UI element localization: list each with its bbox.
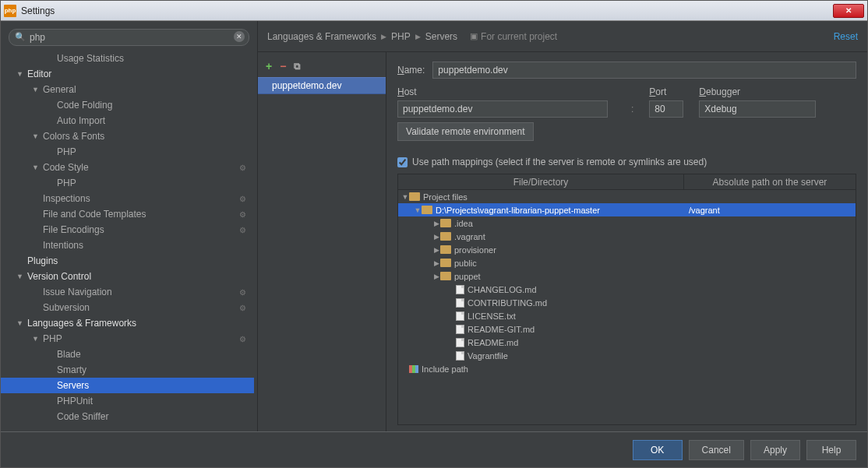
sidebar-item-subversion[interactable]: Subversion⚙ <box>1 300 254 315</box>
sidebar-item-intentions[interactable]: Intentions <box>1 238 254 253</box>
mapping-path-label: .idea <box>454 219 473 228</box>
mapping-row[interactable]: ▶provisioner <box>398 243 856 256</box>
apply-button[interactable]: Apply <box>750 440 800 460</box>
mapping-row[interactable]: ▶puppet <box>398 269 856 283</box>
sidebar-item-php[interactable]: ▼PHP⚙ <box>1 331 254 347</box>
sidebar-item-file-and-code-templates[interactable]: File and Code Templates⚙ <box>1 206 254 222</box>
include-path-icon <box>409 365 418 373</box>
breadcrumb-part[interactable]: PHP <box>391 31 411 42</box>
mapping-row[interactable]: CHANGELOG.md <box>398 283 856 296</box>
sidebar-item-label: Plugins <box>26 255 254 266</box>
debugger-label: Debugger <box>699 86 816 97</box>
debugger-select[interactable]: Xdebug <box>699 100 816 118</box>
mapping-row[interactable]: ▼D:\Projects\vagrant-librarian-puppet-ma… <box>398 203 856 216</box>
chevron-icon: ▶ <box>432 259 440 267</box>
breadcrumb-part[interactable]: Servers <box>425 31 457 42</box>
folder-icon <box>440 219 451 227</box>
file-icon <box>456 285 464 294</box>
sidebar-item-code-folding[interactable]: Code Folding <box>1 97 254 113</box>
mapping-row[interactable]: Include path <box>398 362 856 375</box>
settings-tree[interactable]: Usage Statistics▼Editor▼GeneralCode Fold… <box>1 51 257 431</box>
path-mappings-table: File/Directory Absolute path on the serv… <box>397 174 856 425</box>
port-field[interactable] <box>649 100 683 118</box>
sidebar-item-php[interactable]: PHP <box>1 144 254 160</box>
mapping-path-label: CHANGELOG.md <box>468 285 537 294</box>
window-close-button[interactable]: ✕ <box>833 4 864 18</box>
sidebar-item-label: PHP <box>55 178 254 188</box>
gear-icon: ⚙ <box>239 210 246 219</box>
sidebar-item-auto-import[interactable]: Auto Import <box>1 113 254 128</box>
reset-link[interactable]: Reset <box>834 31 858 42</box>
sidebar-item-label: Languages & Frameworks <box>26 318 254 329</box>
mapping-row[interactable]: ▶public <box>398 256 856 269</box>
mapping-row[interactable]: LICENSE.txt <box>398 309 856 322</box>
window-titlebar: php Settings ✕ <box>1 1 867 21</box>
breadcrumb-part[interactable]: Languages & Frameworks <box>267 31 376 42</box>
help-button[interactable]: Help <box>806 440 856 460</box>
chevron-right-icon: ▶ <box>381 33 386 40</box>
sidebar-item-php[interactable]: PHP <box>1 175 254 191</box>
sidebar-item-label: Intentions <box>41 240 254 251</box>
remove-server-button[interactable]: − <box>280 60 286 72</box>
mapping-path-label: Include path <box>422 364 468 374</box>
chevron-icon: ▶ <box>432 273 440 280</box>
sidebar-item-label: Code Style <box>41 162 239 173</box>
mapping-row[interactable]: ▶.idea <box>398 216 856 230</box>
file-icon <box>456 298 464 308</box>
add-server-button[interactable]: + <box>266 60 272 72</box>
folder-icon <box>440 245 451 254</box>
chevron-icon: ▼ <box>32 86 41 93</box>
sidebar-item-label: File and Code Templates <box>41 209 239 220</box>
sidebar-item-colors-fonts[interactable]: ▼Colors & Fonts <box>1 128 254 144</box>
server-list-item[interactable]: puppetdemo.dev <box>258 77 386 94</box>
folder-icon <box>440 259 451 267</box>
sidebar-item-label: Version Control <box>26 271 254 282</box>
mapping-path-label: Vagrantfile <box>468 351 508 361</box>
sidebar-item-label: Code Folding <box>55 100 254 111</box>
mapping-row[interactable]: README.md <box>398 336 856 349</box>
sidebar-item-label: PHPUnit <box>55 396 254 406</box>
sidebar-item-phpunit[interactable]: PHPUnit <box>1 393 254 409</box>
sidebar-item-code-style[interactable]: ▼Code Style⚙ <box>1 160 254 175</box>
ok-button[interactable]: OK <box>633 440 683 460</box>
sidebar-item-inspections[interactable]: Inspections⚙ <box>1 191 254 206</box>
sidebar-item-blade[interactable]: Blade <box>1 347 254 362</box>
sidebar-item-smarty[interactable]: Smarty <box>1 362 254 378</box>
use-path-mappings-checkbox[interactable] <box>397 157 408 167</box>
chevron-icon: ▼ <box>32 335 41 343</box>
mapping-row[interactable]: Vagrantfile <box>398 349 856 362</box>
sidebar-item-servers[interactable]: Servers <box>1 378 254 393</box>
sidebar-item-version-control[interactable]: ▼Version Control <box>1 269 254 284</box>
chevron-icon: ▼ <box>16 70 26 78</box>
sidebar-item-label: Colors & Fonts <box>41 131 254 142</box>
gear-icon: ⚙ <box>239 335 246 343</box>
path-mappings-body[interactable]: ▼Project files▼D:\Projects\vagrant-libra… <box>398 190 856 424</box>
sidebar-item-editor[interactable]: ▼Editor <box>1 66 254 82</box>
sidebar-item-code-sniffer[interactable]: Code Sniffer <box>1 409 254 424</box>
chevron-icon: ▼ <box>414 206 422 214</box>
host-field[interactable] <box>397 100 608 118</box>
sidebar-item-usage-statistics[interactable]: Usage Statistics <box>1 51 254 66</box>
mapping-row[interactable]: README-GIT.md <box>398 322 856 336</box>
mapping-row[interactable]: ▶.vagrant <box>398 230 856 243</box>
mapping-row[interactable]: ▼Project files <box>398 190 856 203</box>
copy-server-button[interactable]: ⧉ <box>294 61 301 72</box>
name-field[interactable] <box>432 62 856 79</box>
sidebar-item-file-encodings[interactable]: File Encodings⚙ <box>1 222 254 238</box>
mapping-server-path[interactable]: /vagrant <box>684 206 856 215</box>
sidebar-item-label: Auto Import <box>55 115 254 126</box>
sidebar-item-general[interactable]: ▼General <box>1 82 254 97</box>
sidebar-item-languages-frameworks[interactable]: ▼Languages & Frameworks <box>1 315 254 331</box>
gear-icon: ⚙ <box>239 195 246 203</box>
sidebar-item-issue-navigation[interactable]: Issue Navigation⚙ <box>1 284 254 300</box>
validate-button[interactable]: Validate remote environment <box>397 122 534 141</box>
mapping-path-label: README-GIT.md <box>468 325 535 334</box>
sidebar-item-label: Blade <box>55 349 254 360</box>
search-icon: 🔍 <box>15 32 26 42</box>
search-input[interactable] <box>9 29 249 46</box>
mapping-row[interactable]: CONTRIBUTING.md <box>398 296 856 309</box>
clear-search-icon[interactable]: ✕ <box>234 31 245 42</box>
sidebar-item-plugins[interactable]: Plugins <box>1 253 254 269</box>
cancel-button[interactable]: Cancel <box>689 440 744 460</box>
sidebar-item-label: File Encodings <box>41 224 239 235</box>
